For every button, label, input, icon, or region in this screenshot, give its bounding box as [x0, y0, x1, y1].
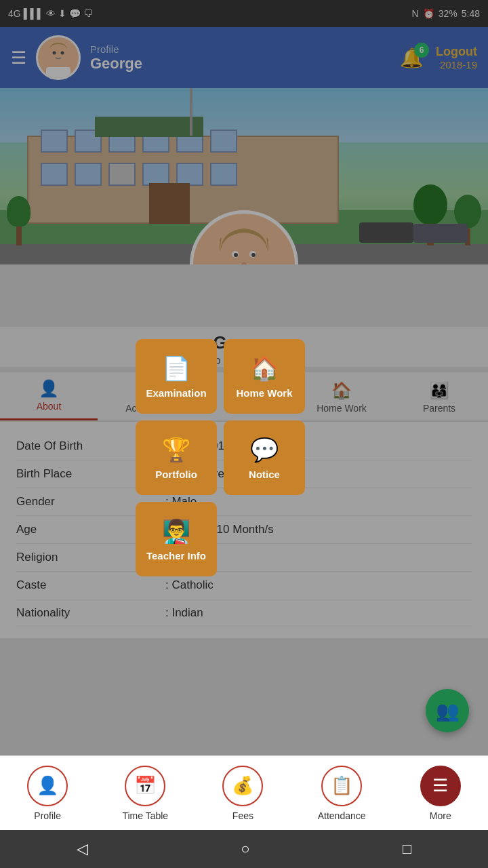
android-home[interactable]: ○ — [241, 840, 249, 858]
notice-popup-label: Notice — [249, 469, 280, 480]
nav-timetable-icon: 📅 — [134, 775, 156, 796]
nav-fees[interactable]: 💰 Fees — [222, 766, 263, 821]
teacherinfo-popup-label: Teacher Info — [146, 550, 206, 561]
bottom-nav: 👤 Profile 📅 Time Table 💰 Fees 📋 Attendan… — [0, 755, 488, 830]
android-recent[interactable]: □ — [403, 840, 411, 858]
nav-more-circle: ☰ — [420, 766, 461, 806]
nav-profile[interactable]: 👤 Profile — [27, 766, 68, 821]
popup-examination[interactable]: 📄 Examination — [136, 339, 217, 414]
notice-popup-icon: 💬 — [250, 436, 279, 463]
nav-attendance-icon: 📋 — [331, 775, 352, 796]
portfolio-popup-icon: 🏆 — [162, 436, 190, 463]
nav-profile-label: Profile — [34, 810, 61, 821]
popup-portfolio[interactable]: 🏆 Portfolio — [136, 420, 217, 495]
android-back[interactable]: ◁ — [77, 840, 88, 858]
nav-attendance[interactable]: 📋 Attendance — [318, 766, 366, 821]
nav-timetable[interactable]: 📅 Time Table — [122, 766, 168, 821]
nav-fees-label: Fees — [232, 810, 253, 821]
homework-popup-label: Home Work — [236, 387, 292, 399]
popup-grid: 📄 Examination 🏠 Home Work 🏆 Portfolio 💬 … — [136, 339, 305, 576]
portfolio-popup-label: Portfolio — [155, 469, 197, 480]
teacherinfo-popup-icon: 👨‍🏫 — [162, 517, 190, 545]
popup-homework[interactable]: 🏠 Home Work — [224, 339, 305, 414]
nav-more-icon: ☰ — [432, 775, 448, 796]
nav-attendance-label: Attendance — [318, 810, 366, 821]
examination-popup-label: Examination — [146, 387, 206, 399]
examination-popup-icon: 📄 — [162, 355, 190, 382]
nav-timetable-label: Time Table — [122, 810, 168, 821]
nav-fees-icon: 💰 — [232, 775, 253, 796]
nav-attendance-circle: 📋 — [321, 766, 362, 806]
nav-more[interactable]: ☰ More — [420, 766, 461, 821]
popup-notice[interactable]: 💬 Notice — [224, 420, 305, 495]
popup-teacherinfo[interactable]: 👨‍🏫 Teacher Info — [136, 502, 217, 576]
nav-fees-circle: 💰 — [222, 766, 263, 806]
nav-profile-icon: 👤 — [37, 775, 58, 796]
homework-popup-icon: 🏠 — [250, 355, 279, 382]
nav-timetable-circle: 📅 — [125, 766, 165, 806]
android-bar: ◁ ○ □ — [0, 830, 488, 868]
nav-profile-circle: 👤 — [27, 766, 68, 806]
nav-more-label: More — [430, 810, 451, 821]
